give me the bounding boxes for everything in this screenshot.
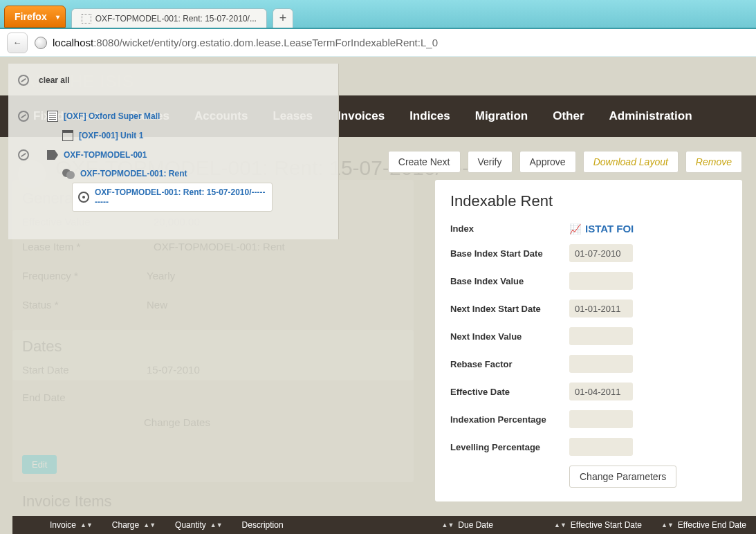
tab-title: OXF-TOPMODEL-001: Rent: 15-07-2010/... <box>95 14 257 24</box>
clear-all-label: clear all <box>39 75 70 85</box>
sort-icon: ▲▼ <box>554 522 566 528</box>
rebase-value <box>569 355 633 373</box>
col-quantity[interactable]: Quantity▲▼ <box>165 520 232 530</box>
field-index: Index 📈 ISTAT FOI <box>450 223 727 234</box>
col-invoice[interactable]: Invoice▲▼ <box>40 520 102 530</box>
sort-icon: ▲▼ <box>661 522 674 528</box>
create-next-button[interactable]: Create Next <box>388 151 461 173</box>
tree-link-mall[interactable]: [OXF] Oxford Super Mall <box>64 111 160 121</box>
back-button[interactable]: ← <box>7 33 28 53</box>
cancel-icon[interactable] <box>18 149 29 160</box>
sort-icon: ▲▼ <box>441 522 454 528</box>
tree-row-mall: [OXF] Oxford Super Mall <box>18 107 329 126</box>
effective-date-label: Effective Date <box>450 387 569 397</box>
next-start-label: Next Index Start Date <box>450 304 569 314</box>
field-base-start: Base Index Start Date 01-07-2010 <box>450 244 727 262</box>
coins-icon <box>62 169 75 178</box>
rebase-label: Rebase Factor <box>450 359 569 369</box>
frequency-label: Frequency * <box>22 270 78 282</box>
dates-heading: Dates <box>22 338 62 356</box>
base-value-value <box>569 272 633 290</box>
col-effective-start[interactable]: ▲▼Effective Start Date <box>544 520 652 530</box>
new-tab-button[interactable]: + <box>273 8 293 28</box>
app-stage: APACHE ISIS Fixed Assets Parties Account… <box>0 57 756 534</box>
verify-button[interactable]: Verify <box>468 151 513 173</box>
nav-item-other[interactable]: Other <box>553 109 584 123</box>
edit-button-ghost: Edit <box>22 455 57 474</box>
nav-item-invoices[interactable]: Invoices <box>338 109 385 123</box>
start-date-label: Start Date <box>22 364 69 376</box>
sort-icon: ▲▼ <box>210 522 223 528</box>
status-label: Status * <box>22 299 59 311</box>
tree-row-lease: OXF-TOPMODEL-001 <box>18 145 329 165</box>
col-description[interactable]: Description <box>232 520 293 530</box>
base-start-value: 01-07-2010 <box>569 244 633 262</box>
address-input[interactable]: localhost:8080/wicket/entity/org.estatio… <box>53 37 749 48</box>
field-base-value: Base Index Value <box>450 272 727 290</box>
remove-button[interactable]: Remove <box>685 151 742 173</box>
tag-icon <box>47 150 58 160</box>
next-start-value: 01-01-2011 <box>569 300 633 317</box>
index-label: Index <box>450 223 569 234</box>
tree-row-unit: [OXF-001] Unit 1 <box>18 126 329 145</box>
indexable-rent-card: Indexable Rent Index 📈 ISTAT FOI Base In… <box>435 180 742 501</box>
indexation-pct-value <box>569 410 633 428</box>
trend-icon: 📈 <box>569 223 581 234</box>
col-effective-end[interactable]: ▲▼Effective End Date <box>652 520 756 530</box>
tree-row-current: OXF-TOPMODEL-001: Rent: 15-07-2010/-----… <box>72 183 273 212</box>
invoice-items-heading: Invoice Items <box>22 492 112 510</box>
next-value-label: Next Index Value <box>450 331 569 342</box>
tree-link-unit[interactable]: [OXF-001] Unit 1 <box>79 131 143 140</box>
browser-tab-strip: Firefox OXF-TOPMODEL-001: Rent: 15-07-20… <box>0 0 756 29</box>
effective-date-value: 01-04-2011 <box>569 383 633 400</box>
col-due-date[interactable]: ▲▼Due Date <box>432 520 503 530</box>
clear-all-row[interactable]: clear all <box>18 71 329 90</box>
tree-link-current[interactable]: OXF-TOPMODEL-001: Rent: 15-07-2010/-----… <box>95 187 266 207</box>
sort-icon: ▲▼ <box>143 522 156 528</box>
field-indexation-pct: Indexation Percentage <box>450 410 727 428</box>
tree-link-lease-item[interactable]: OXF-TOPMODEL-001: Rent <box>80 169 187 178</box>
tree-link-lease[interactable]: OXF-TOPMODEL-001 <box>64 150 147 160</box>
field-levelling-pct: Levelling Percentage <box>450 438 727 456</box>
lease-item-value: OXF-TOPMODEL-001: Rent <box>154 241 285 252</box>
approve-button[interactable]: Approve <box>519 151 576 173</box>
cancel-icon <box>18 75 29 86</box>
field-rebase: Rebase Factor <box>450 355 727 373</box>
cancel-icon[interactable] <box>18 111 29 122</box>
change-parameters-button[interactable]: Change Parameters <box>569 466 676 488</box>
nav-item-indices[interactable]: Indices <box>409 109 450 123</box>
favicon-placeholder-icon <box>82 14 91 24</box>
tree-row-lease-item: OXF-TOPMODEL-001: Rent <box>18 165 329 183</box>
building-icon <box>47 111 58 122</box>
store-icon <box>62 130 73 141</box>
dates-panel-ghost <box>12 330 414 482</box>
base-start-label: Base Index Start Date <box>450 248 569 259</box>
end-date-label: End Date <box>22 392 66 403</box>
breadcrumb-panel: clear all [OXF] Oxford Super Mall [OXF-0… <box>8 64 339 239</box>
url-path: :8080/wicket/entity/org.estatio.dom.leas… <box>93 37 438 48</box>
url-bar: ← localhost:8080/wicket/entity/org.estat… <box>0 29 756 57</box>
nav-item-migration[interactable]: Migration <box>475 109 528 123</box>
index-link[interactable]: ISTAT FOI <box>585 223 634 234</box>
field-next-value: Next Index Value <box>450 327 727 345</box>
base-value-label: Base Index Value <box>450 276 569 286</box>
indexation-pct-label: Indexation Percentage <box>450 414 569 425</box>
firefox-label: Firefox <box>15 11 47 22</box>
col-charge[interactable]: Charge▲▼ <box>102 520 165 530</box>
url-host: localhost <box>53 37 93 48</box>
firefox-menu-button[interactable]: Firefox <box>4 6 66 28</box>
change-dates-button-ghost: Change Dates <box>144 416 210 428</box>
levelling-pct-label: Levelling Percentage <box>450 442 569 452</box>
entity-actions: Create Next Verify Approve Download Layo… <box>388 151 742 173</box>
card-title: Indexable Rent <box>450 192 727 210</box>
field-next-start: Next Index Start Date 01-01-2011 <box>450 300 727 317</box>
levelling-pct-value <box>569 438 633 456</box>
download-layout-button[interactable]: Download Layout <box>583 151 679 173</box>
target-icon <box>78 192 89 203</box>
start-date-value: 15-07-2010 <box>147 364 200 376</box>
field-effective-date: Effective Date 01-04-2011 <box>450 383 727 400</box>
browser-tab[interactable]: OXF-TOPMODEL-001: Rent: 15-07-2010/... <box>71 8 267 28</box>
nav-item-administration[interactable]: Administration <box>609 109 692 123</box>
invoice-items-table-header: Invoice▲▼ Charge▲▼ Quantity▲▼ Descriptio… <box>12 516 756 534</box>
status-value: New <box>147 299 167 311</box>
